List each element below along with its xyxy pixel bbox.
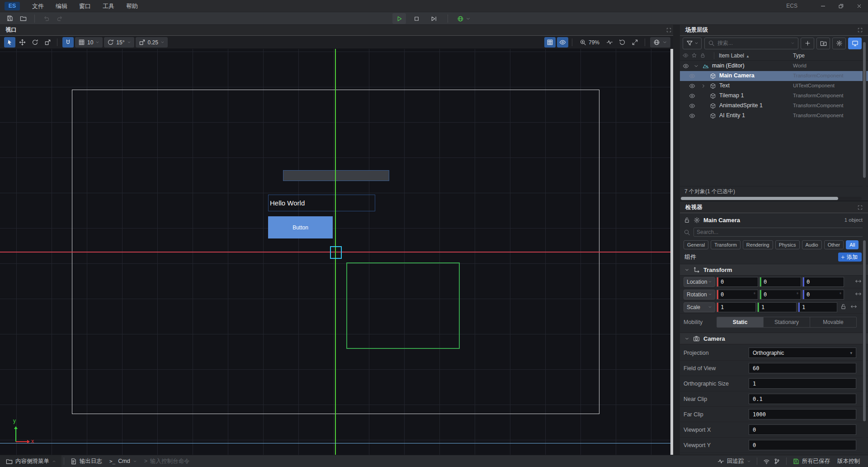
visibility-toggle-button[interactable]	[557, 37, 568, 48]
run-target-dropdown[interactable]	[455, 13, 472, 24]
step-button[interactable]	[427, 13, 440, 24]
field-of-view-input[interactable]: 60	[749, 363, 856, 373]
snap-setting-dropdown[interactable]: 15°	[104, 37, 134, 48]
location-field-z[interactable]: 0	[802, 277, 844, 287]
tab-other[interactable]: Other	[824, 240, 844, 249]
hierarchy-hscrollbar[interactable]	[681, 197, 862, 200]
tab-transform[interactable]: Transform	[711, 240, 741, 249]
undo-button[interactable]	[40, 13, 52, 24]
tree-row[interactable]: Tilemap 1TransformComponent	[680, 91, 868, 101]
visibility-eye-icon[interactable]	[689, 73, 695, 81]
hierarchy-vscrollbar[interactable]	[863, 37, 866, 196]
entity-settings-icon[interactable]	[693, 217, 700, 224]
redo-button[interactable]	[54, 13, 66, 24]
link-axes-icon[interactable]	[850, 303, 857, 311]
far-clip-input[interactable]: 1000	[749, 409, 856, 419]
tree-row[interactable]: Main CameraTransformComponent	[680, 71, 868, 81]
hierarchy-search-input[interactable]: 搜索...	[704, 38, 798, 49]
add-folder-button[interactable]	[816, 38, 830, 49]
transform-section-header[interactable]: Transform	[680, 264, 868, 276]
visibility-eye-icon[interactable]	[689, 113, 695, 120]
grid-toggle-button[interactable]	[544, 37, 556, 48]
column-item-label[interactable]: Item Label▲	[714, 52, 750, 59]
visibility-eye-icon[interactable]	[689, 93, 695, 100]
selection-box[interactable]	[330, 246, 342, 259]
filter-dropdown[interactable]	[683, 38, 702, 49]
scale-tool-button[interactable]	[42, 37, 53, 48]
hierarchy-settings-button[interactable]	[832, 38, 846, 49]
app-logo[interactable]: ES	[5, 2, 20, 10]
stats-button[interactable]	[603, 37, 616, 48]
scale-field-y[interactable]: 1	[757, 302, 797, 312]
save-status[interactable]: 所有已保存	[789, 455, 834, 467]
inspector-search-input[interactable]: Search...	[693, 228, 865, 237]
tab-rendering[interactable]: Rendering	[743, 240, 773, 249]
rotation-field-x[interactable]: 0°	[717, 290, 758, 300]
location-field-y[interactable]: 0	[760, 277, 801, 287]
tab-audio[interactable]: Audio	[802, 240, 822, 249]
close-button[interactable]	[850, 0, 868, 12]
scene-canvas[interactable]: Hello World Button y x	[0, 49, 670, 455]
expand-panel-icon[interactable]	[858, 205, 863, 210]
rotate-tool-button[interactable]	[29, 37, 41, 48]
orthographic-size-input[interactable]: 1	[749, 378, 856, 389]
open-folder-button[interactable]	[17, 13, 29, 24]
move-tool-button[interactable]	[17, 37, 28, 48]
rotation-selector-dropdown[interactable]: Rotation	[684, 290, 715, 300]
visibility-eye-icon[interactable]	[689, 103, 695, 110]
link-axes-icon[interactable]	[855, 278, 862, 286]
mobility-movable[interactable]: Movable	[810, 317, 856, 327]
snap-setting-dropdown[interactable]: 0.25	[136, 37, 168, 48]
visibility-eye-icon[interactable]	[689, 83, 695, 91]
stop-button[interactable]	[410, 13, 423, 24]
world-mode-dropdown[interactable]	[650, 37, 670, 48]
expander-chevron-icon[interactable]	[701, 83, 706, 90]
visibility-column-icon[interactable]	[683, 52, 689, 58]
add-entity-button[interactable]	[801, 38, 814, 49]
menu-item[interactable]: 帮助	[120, 0, 144, 12]
ui-text-element[interactable]: Hello World	[268, 195, 375, 211]
uniform-scale-lock-icon[interactable]	[840, 303, 847, 311]
scale-field-z[interactable]: 1	[798, 302, 837, 312]
fit-view-button[interactable]	[628, 37, 641, 48]
tab-general[interactable]: General	[684, 240, 708, 249]
tree-row[interactable]: AI Entity 1TransformComponent	[680, 111, 868, 121]
expand-panel-icon[interactable]	[666, 28, 671, 33]
menu-item[interactable]: 编辑	[50, 0, 73, 12]
menu-item[interactable]: 文件	[26, 0, 50, 12]
add-component-button[interactable]: 添加	[838, 253, 862, 262]
reset-view-button[interactable]	[616, 37, 628, 48]
ui-panel-element[interactable]	[283, 170, 389, 181]
tree-row[interactable]: TextUITextComponent	[680, 81, 868, 91]
column-type[interactable]: Type	[793, 52, 805, 59]
tab-physics[interactable]: Physics	[775, 240, 800, 249]
link-axes-icon[interactable]	[855, 291, 862, 299]
rotation-field-z[interactable]: 0°	[802, 290, 844, 300]
network-status-button[interactable]	[760, 455, 774, 467]
lock-inspector-icon[interactable]	[684, 217, 690, 224]
tree-row[interactable]: AnimatedSprite 1TransformComponent	[680, 101, 868, 111]
console-command-input[interactable]: > 输入控制台命令	[141, 455, 193, 467]
mobility-stationary[interactable]: Stationary	[764, 317, 810, 327]
cmd-dropdown[interactable]: >_ Cmd	[106, 455, 141, 467]
projection-dropdown[interactable]: Orthographic▾	[749, 348, 856, 358]
inspector-vscrollbar[interactable]	[863, 227, 866, 455]
panel-splitter[interactable]	[673, 25, 680, 455]
tab-all[interactable]: All	[846, 240, 859, 249]
ui-button-element[interactable]: Button	[268, 216, 333, 238]
lock-column-icon[interactable]	[700, 52, 706, 58]
trace-dropdown[interactable]: 回追踪	[714, 455, 755, 467]
near-clip-input[interactable]: 0.1	[749, 394, 856, 404]
version-control-button[interactable]: 版本控制	[834, 455, 863, 467]
save-button[interactable]	[4, 13, 15, 24]
green-region-rect[interactable]	[346, 262, 460, 349]
scale-field-x[interactable]: 1	[717, 302, 756, 312]
snap-setting-dropdown[interactable]: 10	[75, 37, 103, 48]
zoom-level[interactable]: 79%	[576, 39, 603, 46]
scale-selector-dropdown[interactable]: Scale	[684, 302, 715, 312]
content-drawer-button[interactable]: 内容侧滑菜单	[0, 455, 61, 467]
menu-item[interactable]: 工具	[97, 0, 120, 12]
mobility-static[interactable]: Static	[717, 317, 764, 327]
expander-chevron-icon[interactable]	[693, 63, 699, 70]
select-tool-button[interactable]	[4, 37, 15, 48]
